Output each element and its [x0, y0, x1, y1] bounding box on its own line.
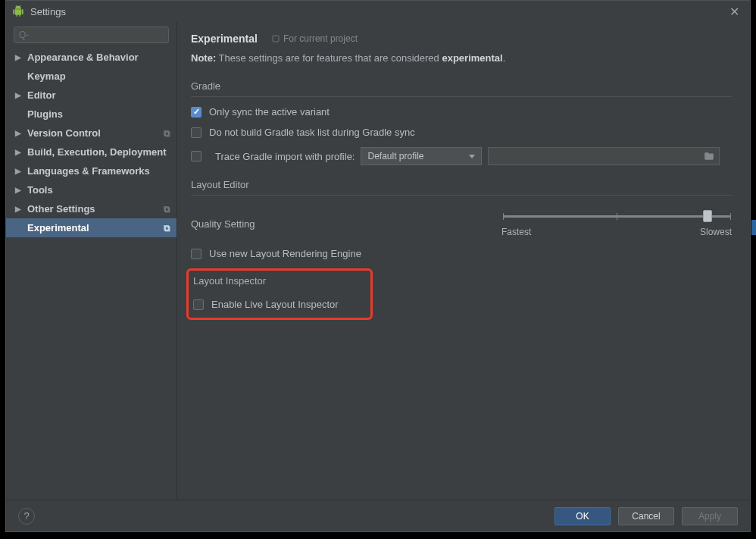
dialog-body: ▶Appearance & Behavior Keymap ▶Editor Pl…	[6, 22, 750, 500]
sidebar-item-label: Other Settings	[27, 203, 95, 215]
sidebar-item-tools[interactable]: ▶Tools	[6, 180, 177, 199]
note-text: Note: These settings are for features th…	[191, 52, 732, 64]
slider-min-label: Fastest	[501, 227, 531, 237]
help-button[interactable]: ?	[18, 508, 35, 525]
sidebar-item-editor[interactable]: ▶Editor	[6, 86, 177, 105]
sidebar-item-languages[interactable]: ▶Languages & Frameworks	[6, 161, 177, 180]
sidebar-item-label: Editor	[27, 89, 56, 101]
slider-max-label: Slowest	[700, 227, 732, 237]
project-scope-icon	[271, 34, 280, 43]
apply-button[interactable]: Apply	[682, 507, 738, 525]
checkbox-icon[interactable]	[191, 151, 201, 161]
settings-window: Settings ✕ ▶Appearance & Behavior Keymap…	[5, 0, 751, 532]
cancel-button[interactable]: Cancel	[618, 507, 674, 525]
sidebar-item-plugins[interactable]: Plugins	[6, 105, 177, 124]
dialog-footer: ? OK Cancel Apply	[6, 500, 750, 531]
quality-slider-wrap: Fastest Slowest	[501, 205, 732, 237]
note-prefix: Note:	[191, 52, 216, 64]
checkbox-icon[interactable]	[191, 249, 201, 259]
profile-select[interactable]: Default profile	[361, 147, 482, 165]
checkbox-label: Enable Live Layout Inspector	[211, 299, 339, 310]
titlebar: Settings ✕	[6, 1, 750, 22]
android-icon	[12, 5, 24, 17]
sidebar-item-build[interactable]: ▶Build, Execution, Deployment	[6, 143, 177, 161]
sidebar-item-other-settings[interactable]: ▶Other Settings⧉	[6, 199, 177, 218]
sidebar-item-experimental[interactable]: Experimental⧉	[6, 218, 177, 237]
checkbox-label: Use new Layout Rendering Engine	[209, 248, 361, 259]
folder-icon[interactable]	[704, 151, 714, 164]
checkbox-row-no-task-list[interactable]: Do not build Gradle task list during Gra…	[191, 127, 732, 138]
checkbox-row-only-sync[interactable]: Only sync the active variant	[191, 106, 732, 118]
checkbox-icon[interactable]	[191, 107, 201, 118]
sidebar-item-keymap[interactable]: Keymap	[6, 67, 177, 86]
close-icon[interactable]: ✕	[725, 3, 744, 20]
checkbox-label: Only sync the active variant	[209, 106, 330, 118]
sidebar-item-appearance[interactable]: ▶Appearance & Behavior	[6, 48, 177, 67]
sidebar-item-label: Build, Execution, Deployment	[27, 146, 166, 158]
search-input[interactable]	[14, 27, 169, 43]
note-suffix: .	[503, 52, 506, 64]
quality-setting-row: Quality Setting Fastest Slowest	[191, 205, 732, 237]
page-title: Experimental	[191, 33, 258, 45]
ok-button[interactable]: OK	[555, 507, 611, 525]
scope-label: For current project	[283, 33, 358, 44]
settings-tree: ▶Appearance & Behavior Keymap ▶Editor Pl…	[6, 48, 177, 237]
window-title: Settings	[30, 6, 725, 17]
select-value: Default profile	[367, 151, 423, 161]
checkbox-row-new-engine[interactable]: Use new Layout Rendering Engine	[191, 248, 732, 259]
scope-badge: For current project	[271, 33, 358, 44]
search-wrap	[6, 27, 177, 48]
right-edge-indicator	[751, 220, 756, 235]
project-badge-icon: ⧉	[164, 204, 170, 215]
section-gradle: Gradle Only sync the active variant Do n…	[191, 80, 732, 165]
content-pane: Experimental For current project Note: T…	[177, 22, 750, 500]
slider-thumb[interactable]	[703, 210, 712, 222]
section-title: Layout Editor	[191, 179, 732, 196]
project-badge-icon: ⧉	[164, 128, 170, 139]
sidebar-item-version-control[interactable]: ▶Version Control⧉	[6, 124, 177, 143]
profile-path-input[interactable]	[488, 147, 720, 165]
checkbox-label: Do not build Gradle task list during Gra…	[209, 127, 415, 138]
note-bold: experimental	[442, 52, 502, 64]
svg-rect-0	[273, 36, 279, 42]
sidebar: ▶Appearance & Behavior Keymap ▶Editor Pl…	[6, 22, 177, 500]
highlight-layout-inspector: Layout Inspector Enable Live Layout Insp…	[186, 268, 373, 320]
sidebar-item-label: Languages & Frameworks	[27, 165, 150, 177]
content-header: Experimental For current project	[191, 33, 732, 45]
checkbox-label: Trace Gradle import with profile:	[215, 151, 355, 162]
sidebar-item-label: Tools	[27, 184, 53, 196]
section-title: Layout Inspector	[193, 275, 366, 291]
section-layout-editor: Layout Editor Quality Setting Fastest Sl…	[191, 179, 732, 259]
sidebar-item-label: Keymap	[27, 71, 66, 82]
sidebar-item-label: Plugins	[27, 108, 63, 120]
slider-labels: Fastest Slowest	[501, 227, 732, 237]
quality-slider[interactable]	[503, 215, 730, 218]
section-title: Gradle	[191, 80, 732, 97]
checkbox-row-enable-live[interactable]: Enable Live Layout Inspector	[193, 299, 366, 310]
sidebar-item-label: Version Control	[27, 127, 101, 139]
project-badge-icon: ⧉	[164, 223, 170, 233]
sidebar-item-label: Appearance & Behavior	[27, 52, 139, 63]
sidebar-item-label: Experimental	[27, 222, 89, 233]
note-body: These settings are for features that are…	[216, 52, 442, 64]
checkbox-icon[interactable]	[193, 299, 204, 310]
checkbox-icon[interactable]	[191, 127, 201, 138]
trace-row: Trace Gradle import with profile: Defaul…	[191, 147, 732, 165]
quality-label: Quality Setting	[191, 205, 501, 230]
